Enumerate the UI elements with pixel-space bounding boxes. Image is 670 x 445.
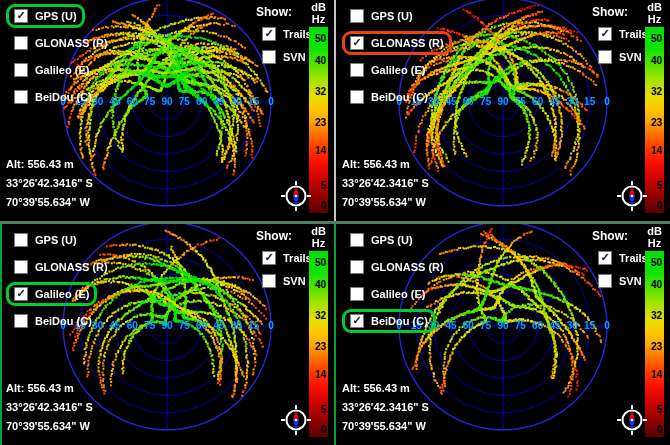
colorbar-unit: dBHz (641, 225, 668, 249)
checkbox-label: Trails (619, 252, 648, 264)
quadrant-gps: GPS (U) GLONASS (R) Galileo (E) BeiDou (… (0, 0, 334, 221)
longitude-value: 70°39'55.634" W (342, 420, 429, 432)
checkbox-label: Trails (619, 28, 648, 40)
checkbox-glonass-r[interactable]: GLONASS (R) (6, 255, 116, 279)
compass-icon[interactable] (281, 405, 311, 435)
checkbox-svn[interactable]: SVN (598, 50, 642, 64)
checkbox-trails[interactable]: Trails (262, 27, 312, 41)
longitude-value: 70°39'55.634" W (6, 196, 93, 208)
compass-icon[interactable] (617, 181, 647, 211)
show-panel: Show: Trails SVN (592, 229, 648, 297)
checkbox-gps-u[interactable]: GPS (U) (6, 228, 85, 252)
signal-colorbar: 50 40 32 23 14 5 0 (309, 251, 328, 437)
checkbox-glonass-r[interactable]: GLONASS (R) (6, 31, 116, 55)
checkbox-beidou-c[interactable]: BeiDou (C) (6, 85, 100, 109)
show-panel: Show: Trails SVN (592, 5, 648, 73)
checkbox-beidou-c[interactable]: BeiDou (C) (6, 309, 100, 333)
checkbox-glonass-r[interactable]: GLONASS (R) (342, 255, 452, 279)
latitude-value: 33°26'42.3416" S (342, 401, 429, 413)
position-readout: Alt: 556.43 m 33°26'42.3416" S 70°39'55.… (342, 382, 429, 439)
colorbar-tick: 5 (656, 405, 662, 415)
quadrant-beidou: GPS (U) GLONASS (R) Galileo (E) BeiDou (… (336, 224, 670, 445)
colorbar-tick: 50 (315, 34, 326, 44)
checkbox-gps-u[interactable]: GPS (U) (342, 4, 421, 28)
checkbox-box (598, 274, 612, 288)
checkbox-galileo-e[interactable]: Galileo (E) (6, 58, 97, 82)
show-title: Show: (256, 229, 312, 243)
longitude-value: 70°39'55.634" W (6, 420, 93, 432)
colorbar-tick: 32 (651, 87, 662, 97)
colorbar-tick: 23 (651, 118, 662, 128)
altitude-value: Alt: 556.43 m (342, 382, 429, 394)
checkbox-gps-u[interactable]: GPS (U) (342, 228, 421, 252)
constellation-list: GPS (U) GLONASS (R) Galileo (E) BeiDou (… (6, 228, 116, 336)
checkbox-label: GLONASS (R) (35, 261, 108, 273)
colorbar-tick: 5 (656, 181, 662, 191)
colorbar-tick: 23 (315, 342, 326, 352)
checkbox-box (262, 274, 276, 288)
checkbox-label: Galileo (E) (35, 64, 89, 76)
colorbar-tick: 50 (651, 34, 662, 44)
checkbox-label: GLONASS (R) (371, 37, 444, 49)
checkbox-galileo-e[interactable]: Galileo (E) (342, 282, 433, 306)
checkbox-label: BeiDou (C) (371, 91, 428, 103)
checkbox-gps-u[interactable]: GPS (U) (6, 4, 85, 28)
compass-icon[interactable] (617, 405, 647, 435)
colorbar-tick: 14 (315, 370, 326, 380)
checkbox-box (262, 50, 276, 64)
colorbar-tick: 40 (315, 56, 326, 66)
left-edge-separator (0, 224, 2, 445)
altitude-value: Alt: 556.43 m (342, 158, 429, 170)
checkbox-box (350, 90, 364, 104)
compass-icon[interactable] (281, 181, 311, 211)
show-title: Show: (256, 5, 312, 19)
checkbox-trails[interactable]: Trails (598, 27, 648, 41)
checkbox-box (14, 9, 28, 23)
colorbar-tick: 40 (315, 280, 326, 290)
colorbar-tick: 0 (320, 425, 326, 435)
checkbox-svn[interactable]: SVN (262, 50, 306, 64)
checkbox-label: GLONASS (R) (35, 37, 108, 49)
altitude-value: Alt: 556.43 m (6, 382, 93, 394)
checkbox-galileo-e[interactable]: Galileo (E) (342, 58, 433, 82)
colorbar-tick: 0 (656, 201, 662, 211)
checkbox-beidou-c[interactable]: BeiDou (C) (342, 85, 436, 109)
checkbox-trails[interactable]: Trails (598, 251, 648, 265)
show-title: Show: (592, 5, 648, 19)
checkbox-label: BeiDou (C) (371, 315, 428, 327)
signal-colorbar: 50 40 32 23 14 5 0 (309, 27, 328, 213)
gnss-skyplot-app: GPS (U) GLONASS (R) Galileo (E) BeiDou (… (0, 0, 670, 445)
altitude-value: Alt: 556.43 m (6, 158, 93, 170)
checkbox-label: GPS (U) (371, 10, 413, 22)
position-readout: Alt: 556.43 m 33°26'42.3416" S 70°39'55.… (6, 158, 93, 215)
checkbox-galileo-e[interactable]: Galileo (E) (6, 282, 97, 306)
checkbox-svn[interactable]: SVN (598, 274, 642, 288)
position-readout: Alt: 556.43 m 33°26'42.3416" S 70°39'55.… (342, 158, 429, 215)
colorbar-tick: 50 (651, 258, 662, 268)
checkbox-box (14, 63, 28, 77)
constellation-list: GPS (U) GLONASS (R) Galileo (E) BeiDou (… (342, 4, 452, 112)
checkbox-label: Galileo (E) (371, 64, 425, 76)
show-title: Show: (592, 229, 648, 243)
checkbox-label: SVN (283, 51, 306, 63)
colorbar-unit: dBHz (305, 225, 332, 249)
checkbox-label: SVN (619, 275, 642, 287)
quadrant-glonass: GPS (U) GLONASS (R) Galileo (E) BeiDou (… (336, 0, 670, 221)
checkbox-svn[interactable]: SVN (262, 274, 306, 288)
latitude-value: 33°26'42.3416" S (6, 401, 93, 413)
checkbox-trails[interactable]: Trails (262, 251, 312, 265)
signal-colorbar: 50 40 32 23 14 5 0 (645, 27, 664, 213)
checkbox-label: GPS (U) (35, 10, 77, 22)
checkbox-label: BeiDou (C) (35, 91, 92, 103)
checkbox-box (14, 314, 28, 328)
show-panel: Show: Trails SVN (256, 229, 312, 297)
checkbox-beidou-c[interactable]: BeiDou (C) (342, 309, 436, 333)
colorbar-tick: 23 (651, 342, 662, 352)
checkbox-box (598, 251, 612, 265)
colorbar-tick: 5 (320, 181, 326, 191)
colorbar-tick: 32 (315, 87, 326, 97)
checkbox-glonass-r[interactable]: GLONASS (R) (342, 31, 452, 55)
colorbar-tick: 5 (320, 405, 326, 415)
latitude-value: 33°26'42.3416" S (6, 177, 93, 189)
quadrant-galileo: GPS (U) GLONASS (R) Galileo (E) BeiDou (… (0, 224, 334, 445)
